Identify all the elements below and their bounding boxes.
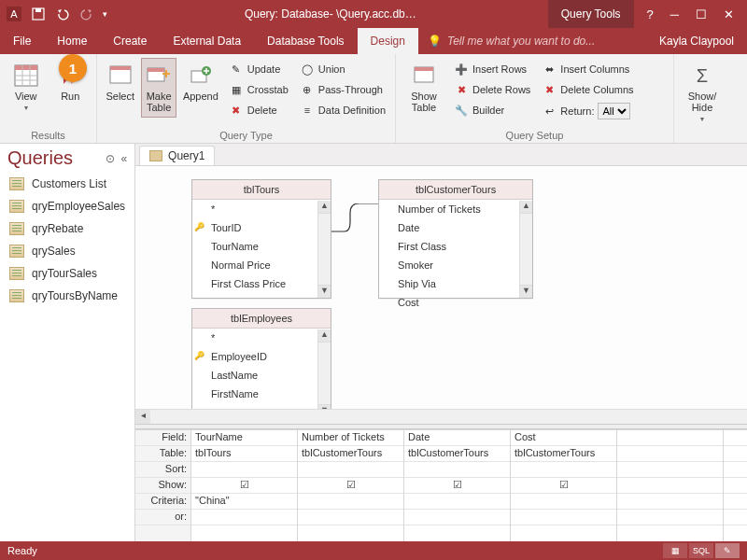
query-icon [9, 267, 24, 280]
query-diagram[interactable]: tblTours *TourIDTourNameNormal PriceFirs… [135, 166, 747, 409]
field-row[interactable]: First Class Price [192, 274, 331, 293]
builder-button[interactable]: 🔧Builder [450, 101, 534, 119]
delete-rows-button[interactable]: ✖Delete Rows [450, 80, 534, 99]
select-query-button[interactable]: Select [103, 58, 137, 106]
tab-database-tools[interactable]: Database Tools [254, 28, 358, 54]
nav-filter-icon[interactable]: ⊙ [106, 152, 115, 165]
nav-item[interactable]: qryToursByName [0, 285, 134, 307]
query-icon [9, 177, 24, 190]
field-row[interactable]: Normal Price [192, 256, 331, 274]
field-row[interactable]: Number of Tickets [379, 200, 532, 218]
delete-cols-icon: ✖ [542, 82, 557, 97]
view-sql-icon[interactable]: SQL [689, 543, 713, 558]
grid-column[interactable]: TourNametblTours☑"China" [191, 430, 298, 541]
title-bar: A ▾ Query: Database- \Query.acc.db… Quer… [0, 0, 747, 28]
svg-rect-11 [110, 66, 131, 70]
nav-header[interactable]: Queries [7, 147, 73, 169]
user-name[interactable]: Kayla Claypool [646, 28, 747, 54]
diagram-scrollbar[interactable]: ◂▸ [135, 409, 747, 424]
query-grid[interactable]: Field: Table: Sort: Show: Criteria: or: … [135, 429, 747, 541]
help-icon[interactable]: ? [647, 7, 654, 21]
minimize-icon[interactable]: ─ [670, 7, 679, 21]
scrollbar[interactable]: ▲▼ [317, 329, 331, 409]
tell-me-search[interactable]: 💡 [418, 28, 646, 54]
view-datasheet-icon[interactable]: ▦ [663, 543, 687, 558]
tab-create[interactable]: Create [100, 28, 160, 54]
nav-item[interactable]: qryEmployeeSales [0, 195, 134, 217]
nav-item[interactable]: qryTourSales [0, 262, 134, 285]
tab-home[interactable]: Home [44, 28, 100, 54]
datadef-icon: ≡ [300, 103, 315, 118]
show-hide-button[interactable]: Σ Show/ Hide ▾ [680, 58, 725, 128]
insert-columns-button[interactable]: ⬌Insert Columns [538, 60, 637, 78]
nav-collapse-icon[interactable]: « [120, 152, 127, 165]
grid-column[interactable]: CosttblCustomerTours☑ [511, 430, 617, 541]
undo-icon[interactable] [54, 6, 71, 22]
tab-file[interactable]: File [0, 28, 44, 54]
ribbon-tabs: File Home Create External Data Database … [0, 28, 747, 54]
field-row[interactable]: TourName [192, 237, 331, 256]
field-row[interactable]: Smoker [379, 256, 532, 274]
show-table-button[interactable]: Show Table [402, 58, 446, 118]
query-icon [9, 200, 24, 213]
status-text: Ready [7, 545, 37, 556]
field-row[interactable]: Date [379, 218, 532, 237]
document-tab-query1[interactable]: Query1 [139, 146, 215, 165]
field-row[interactable]: * [192, 200, 331, 218]
grid-column[interactable]: DatetblCustomerTours☑ [404, 430, 511, 541]
grid-column[interactable]: Number of TicketstblCustomerTours☑ [298, 430, 404, 541]
view-design-icon[interactable]: ✎ [715, 543, 740, 558]
navigation-pane: Queries ⊙« Customers ListqryEmployeeSale… [0, 144, 135, 541]
update-button[interactable]: ✎Update [225, 60, 292, 78]
table-tbltours[interactable]: tblTours *TourIDTourNameNormal PriceFirs… [191, 179, 331, 299]
union-icon: ◯ [300, 62, 315, 77]
field-row[interactable]: Title [192, 403, 331, 409]
field-row[interactable]: First Class [379, 237, 532, 256]
grid-row-labels: Field: Table: Sort: Show: Criteria: or: [135, 430, 191, 541]
view-button[interactable]: View ▾ [6, 58, 47, 117]
qat-dropdown-icon[interactable]: ▾ [103, 9, 107, 19]
make-table-button[interactable]: Make Table [141, 58, 176, 118]
table-tblemployees[interactable]: tblEmployees *EmployeeIDLastNameFirstNam… [191, 308, 331, 409]
nav-item[interactable]: qrySales [0, 240, 134, 262]
union-button[interactable]: ◯Union [296, 60, 389, 78]
field-row[interactable]: * [192, 329, 331, 347]
scrollbar[interactable]: ▲▼ [519, 201, 532, 298]
quick-access-toolbar: A ▾ [0, 6, 113, 22]
redo-icon[interactable] [78, 6, 95, 22]
save-icon[interactable] [30, 6, 47, 22]
grid-column[interactable] [724, 430, 747, 541]
table-tblcustomertours[interactable]: tblCustomerTours Number of TicketsDateFi… [378, 179, 533, 299]
query-icon [9, 222, 24, 235]
insert-rows-button[interactable]: ➕Insert Rows [450, 60, 534, 78]
field-row[interactable]: TourID [192, 218, 331, 237]
field-row[interactable]: EmployeeID [192, 347, 331, 366]
delete-columns-button[interactable]: ✖Delete Columns [538, 80, 637, 99]
field-row[interactable]: FirstName [192, 385, 331, 403]
data-definition-button[interactable]: ≡Data Definition [296, 101, 389, 119]
tell-me-input[interactable] [447, 35, 606, 48]
tab-design[interactable]: Design [358, 28, 418, 54]
return-control[interactable]: ↩Return: All [538, 101, 637, 121]
return-select[interactable]: All [598, 103, 630, 119]
close-icon[interactable]: ✕ [724, 7, 734, 21]
field-row[interactable]: Ship Via [379, 274, 532, 293]
dropdown-icon: ▾ [700, 115, 704, 123]
append-button[interactable]: Append [180, 58, 221, 106]
field-row[interactable]: Cost [379, 293, 532, 312]
make-table-icon [145, 63, 173, 89]
delete-query-button[interactable]: ✖Delete [225, 101, 292, 119]
tab-external-data[interactable]: External Data [160, 28, 254, 54]
insert-rows-icon: ➕ [454, 62, 469, 77]
svg-rect-3 [35, 8, 41, 12]
scrollbar[interactable]: ▲▼ [317, 201, 331, 298]
contextual-tab-label: Query Tools [548, 0, 634, 28]
field-row[interactable]: LastName [192, 366, 331, 385]
maximize-icon[interactable]: ☐ [696, 7, 707, 21]
passthrough-button[interactable]: ⊕Pass-Through [296, 80, 389, 99]
select-icon [106, 63, 134, 89]
nav-item[interactable]: Customers List [0, 173, 134, 195]
grid-column[interactable] [617, 430, 724, 541]
nav-item[interactable]: qryRebate [0, 217, 134, 240]
crosstab-button[interactable]: ▦Crosstab [225, 80, 292, 99]
